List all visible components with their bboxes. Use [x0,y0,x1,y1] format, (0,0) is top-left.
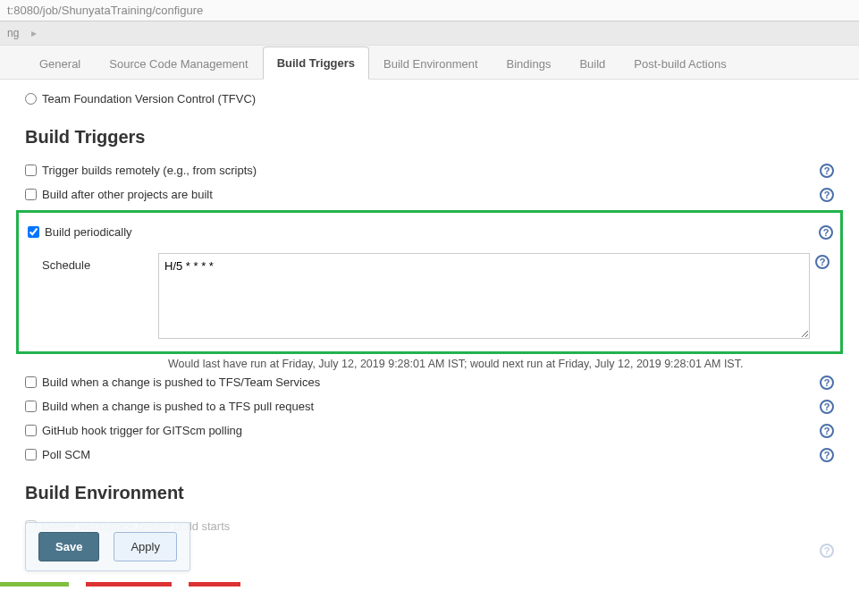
github-hook-checkbox[interactable] [25,425,37,436]
build-triggers-heading: Build Triggers [25,127,834,148]
bottom-strip [0,582,859,586]
trigger-remote-checkbox[interactable] [25,165,37,176]
page-content: General Source Code Management Build Tri… [0,46,859,580]
help-icon[interactable]: ? [820,376,834,390]
tab-build-triggers[interactable]: Build Triggers [263,46,369,80]
tfs-pr-row: Build when a change is pushed to a TFS p… [25,394,834,418]
tab-scm[interactable]: Source Code Management [95,47,262,80]
tab-general[interactable]: General [25,47,95,80]
tfvc-label: Team Foundation Version Control (TFVC) [42,92,256,105]
github-hook-row: GitHub hook trigger for GITScm polling ? [25,418,834,443]
github-hook-label: GitHub hook trigger for GITScm polling [42,424,242,437]
help-icon[interactable]: ? [820,400,834,414]
help-icon[interactable]: ? [819,225,833,240]
build-environment-heading: Build Environment [25,483,834,503]
poll-scm-checkbox[interactable] [25,449,37,460]
help-icon[interactable]: ? [820,544,834,558]
tfs-push-checkbox[interactable] [25,376,37,388]
help-icon[interactable]: ? [820,164,834,178]
build-after-row: Build after other projects are built ? [25,182,834,207]
tfs-pr-checkbox[interactable] [25,401,37,412]
build-after-label: Build after other projects are built [42,188,213,201]
trigger-remote-row: Trigger builds remotely (e.g., from scri… [25,158,834,182]
poll-scm-label: Poll SCM [42,448,90,461]
help-icon[interactable]: ? [820,448,834,462]
tfvc-radio[interactable] [25,93,37,105]
config-tabs: General Source Code Management Build Tri… [0,46,859,80]
form-content: Team Foundation Version Control (TFVC) B… [0,80,859,580]
schedule-row: Schedule ? [26,253,833,339]
build-periodically-label: Build periodically [45,225,132,239]
poll-scm-row: Poll SCM ? [25,443,834,467]
trigger-remote-label: Trigger builds remotely (e.g., from scri… [42,164,257,177]
tab-build-environment[interactable]: Build Environment [369,47,493,80]
breadcrumb-caret-icon: ▸ [31,27,37,39]
tfs-push-row: Build when a change is pushed to TFS/Tea… [25,370,834,394]
tfvc-row: Team Foundation Version Control (TFVC) [25,87,834,111]
save-button[interactable]: Save [38,532,99,561]
build-periodically-row: Build periodically ? [26,220,833,244]
tab-bindings[interactable]: Bindings [493,47,566,80]
schedule-label: Schedule [42,253,158,272]
apply-button[interactable]: Apply [114,532,177,561]
build-periodically-checkbox[interactable] [28,226,39,238]
help-icon[interactable]: ? [820,188,834,202]
breadcrumb: ng ▸ [0,21,859,46]
help-icon[interactable]: ? [815,255,830,269]
schedule-input[interactable] [158,253,810,339]
tab-post-build[interactable]: Post-build Actions [619,47,740,80]
tab-build[interactable]: Build [565,47,619,80]
build-periodically-highlight: Build periodically ? Schedule ? [16,210,843,354]
url-text: t:8080/job/ShunyataTraining/configure [7,4,203,17]
breadcrumb-text: ng [7,27,19,39]
tfs-push-label: Build when a change is pushed to TFS/Tea… [42,376,320,389]
url-bar: t:8080/job/ShunyataTraining/configure [0,0,859,21]
button-bar: Save Apply [25,522,190,571]
build-after-checkbox[interactable] [25,189,37,200]
schedule-info-text: Would last have run at Friday, July 12, … [25,358,834,370]
help-icon[interactable]: ? [820,424,834,438]
tfs-pr-label: Build when a change is pushed to a TFS p… [42,400,314,413]
